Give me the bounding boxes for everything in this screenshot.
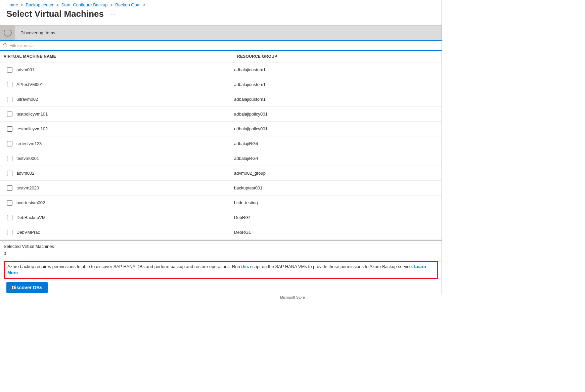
svg-point-0 — [4, 43, 6, 46]
row-checkbox[interactable] — [7, 171, 12, 176]
selected-label: Selected Virtual Machines — [4, 244, 438, 249]
row-checkbox[interactable] — [7, 185, 12, 191]
table-row[interactable]: testpolicyvm102adbalajipolicy001 — [0, 122, 442, 136]
row-checkbox[interactable] — [7, 141, 12, 146]
row-checkbox[interactable] — [7, 82, 12, 87]
info-text-mid: script on the SAP HANA VMs to provide th… — [249, 264, 414, 269]
row-checkbox[interactable] — [7, 126, 12, 132]
table-row[interactable]: APtestVM001adbalajicustom1 — [0, 77, 442, 92]
resource-group: advm002_group — [234, 171, 435, 176]
status-text: Discovering Items.. — [15, 30, 58, 35]
breadcrumb: Home > Backup center > Start: Configure … — [0, 0, 442, 7]
resource-group: bcdr_testing — [234, 200, 435, 205]
vm-name: DebBackupVM — [16, 215, 234, 220]
footer-hint-text: Microsoft Store — [278, 295, 307, 300]
resource-group: backuptest001 — [234, 185, 435, 190]
chevron-right-icon: > — [56, 2, 59, 7]
vm-name: testvm2020 — [16, 185, 234, 190]
table-row[interactable]: advm002advm002_group — [0, 166, 442, 181]
vm-name: advm001 — [16, 67, 234, 72]
page-title: Select Virtual Machines ··· — [0, 7, 442, 25]
resource-group: DebRG1 — [234, 230, 435, 235]
row-checkbox[interactable] — [7, 215, 12, 220]
vm-name: testpolicyvm102 — [16, 126, 234, 131]
svg-line-1 — [6, 46, 7, 46]
table-row[interactable]: ultravm002adbalajicustom1 — [0, 92, 442, 107]
table-row[interactable]: DebVMPracDebRG1 — [0, 225, 442, 240]
vm-name: APtestVM001 — [16, 82, 234, 87]
vm-name: advm002 — [16, 171, 234, 176]
vm-name: testpolicyvm101 — [16, 112, 234, 117]
filter-row — [0, 40, 442, 51]
selected-count: 0 — [4, 251, 438, 256]
table-row[interactable]: testpolicyvm101adbalajipolicy001 — [0, 107, 442, 122]
resource-group: adbalajipolicy001 — [234, 112, 435, 117]
row-checkbox[interactable] — [7, 230, 12, 235]
resource-group: adbalajicustom1 — [234, 97, 435, 102]
table-body: advm001adbalajicustom1APtestVM001adbalaj… — [0, 62, 442, 240]
row-checkbox[interactable] — [7, 97, 12, 102]
chevron-right-icon: > — [143, 2, 145, 7]
status-bar: Discovering Items.. — [0, 25, 442, 40]
table-row[interactable]: testvm2020backuptest001 — [0, 181, 442, 195]
search-icon — [3, 43, 7, 48]
chevron-right-icon: > — [20, 2, 23, 7]
header-vm-name[interactable]: VIRTUAL MACHINE NAME — [4, 54, 237, 59]
chevron-right-icon: > — [110, 2, 113, 7]
row-checkbox[interactable] — [7, 112, 12, 117]
header-resource-group[interactable]: RESOURCE GROUP — [237, 54, 438, 59]
vm-name: bcdrtestvm002 — [16, 200, 234, 205]
spinner-box — [0, 25, 15, 40]
info-text-pre: Azure backup requires permissions to abl… — [7, 264, 241, 269]
table-row[interactable]: crrtestvm123adbalajiRG4 — [0, 136, 442, 151]
row-checkbox[interactable] — [7, 200, 12, 206]
row-checkbox[interactable] — [7, 67, 12, 73]
table-row[interactable]: advm001adbalajicustom1 — [0, 62, 442, 77]
vm-name: testvm0001 — [16, 156, 234, 161]
discover-dbs-button[interactable]: Discover DBs — [6, 282, 48, 293]
resource-group: adbalajipolicy001 — [234, 126, 435, 131]
table-row[interactable]: bcdrtestvm002bcdr_testing — [0, 195, 442, 210]
resource-group: DebRG1 — [234, 215, 435, 220]
breadcrumb-backup-center[interactable]: Backup center — [26, 2, 54, 7]
vm-name: ultravm002 — [16, 97, 234, 102]
table-row[interactable]: testvm0001adbalajiRG4 — [0, 151, 442, 166]
resource-group: adbalajicustom1 — [234, 67, 435, 72]
breadcrumb-configure-backup[interactable]: Start: Configure Backup — [61, 2, 107, 7]
footer-section: Selected Virtual Machines 0 Azure backup… — [0, 240, 442, 295]
resource-group: adbalajiRG4 — [234, 141, 435, 146]
resource-group: adbalajiRG4 — [234, 156, 435, 161]
footer-hint: Microsoft Store — [0, 295, 585, 300]
resource-group: adbalajicustom1 — [234, 82, 435, 87]
breadcrumb-backup-goal[interactable]: Backup Goal — [115, 2, 140, 7]
table-header: VIRTUAL MACHINE NAME RESOURCE GROUP — [0, 51, 442, 62]
script-link[interactable]: this — [241, 264, 249, 269]
table-row[interactable]: DebBackupVMDebRG1 — [0, 210, 442, 225]
vm-name: crrtestvm123 — [16, 141, 234, 146]
breadcrumb-home[interactable]: Home — [6, 2, 18, 7]
vm-name: DebVMPrac — [16, 230, 234, 235]
filter-input[interactable] — [9, 43, 439, 48]
info-box: Azure backup requires permissions to abl… — [4, 261, 438, 279]
more-icon[interactable]: ··· — [110, 10, 116, 17]
spinner-icon — [4, 29, 12, 37]
row-checkbox[interactable] — [7, 156, 12, 161]
